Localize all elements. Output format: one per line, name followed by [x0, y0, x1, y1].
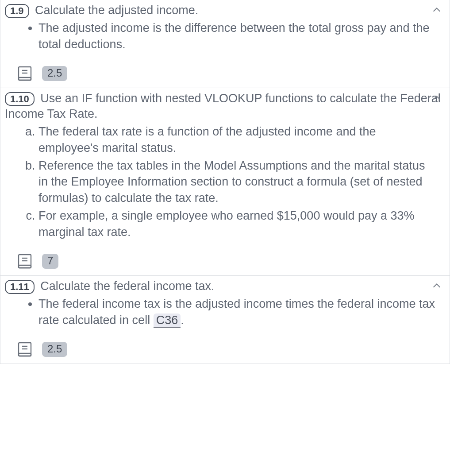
step-footer: 7 [17, 253, 445, 269]
svg-rect-9 [19, 353, 31, 356]
step-subitems: The federal tax rate is a function of th… [5, 124, 445, 240]
step-bullets: The federal income tax is the adjusted i… [5, 296, 445, 328]
collapse-toggle[interactable] [432, 5, 442, 15]
step-title-line: 1.10 Use an IF function with nested VLOO… [5, 91, 445, 122]
step-title-line: 1.11 Calculate the federal income tax. [5, 279, 445, 294]
bullet-text-post: . [181, 313, 184, 327]
reference-icon[interactable] [17, 253, 32, 269]
step-title: Use an IF function with nested VLOOKUP f… [5, 92, 441, 120]
collapse-toggle[interactable] [432, 93, 442, 103]
step-panel: 1.11 Calculate the federal income tax. T… [0, 276, 450, 364]
step-title-line: 1.9 Calculate the adjusted income. [5, 3, 445, 18]
reference-icon[interactable] [17, 341, 32, 357]
points-badge: 7 [42, 254, 58, 269]
svg-rect-5 [19, 265, 31, 268]
chevron-up-icon [432, 5, 442, 15]
step-title: Calculate the federal income tax. [40, 279, 214, 293]
points-badge: 2.5 [42, 342, 67, 357]
collapse-toggle[interactable] [432, 281, 442, 291]
step-panel: 1.9 Calculate the adjusted income. The a… [0, 0, 450, 88]
bullet-item: The adjusted income is the difference be… [38, 20, 445, 52]
step-footer: 2.5 [17, 66, 445, 81]
step-bullets: The adjusted income is the difference be… [5, 20, 445, 52]
reference-icon[interactable] [17, 66, 32, 81]
bullet-item: The federal income tax is the adjusted i… [38, 296, 445, 328]
subitem: For example, a single employee who earne… [38, 208, 445, 240]
cell-reference: C36 [154, 313, 181, 328]
step-footer: 2.5 [17, 341, 445, 357]
step-title: Calculate the adjusted income. [35, 4, 198, 17]
step-number-badge: 1.10 [5, 92, 35, 106]
subitem: The federal tax rate is a function of th… [38, 124, 445, 156]
subitem: Reference the tax tables in the Model As… [38, 158, 445, 206]
chevron-up-icon [432, 93, 442, 103]
svg-rect-1 [19, 77, 31, 80]
chevron-up-icon [432, 281, 442, 291]
points-badge: 2.5 [42, 66, 67, 81]
bullet-text-pre: The federal income tax is the adjusted i… [38, 297, 435, 326]
step-number-badge: 1.11 [5, 280, 35, 294]
step-number-badge: 1.9 [5, 4, 29, 18]
step-panel: 1.10 Use an IF function with nested VLOO… [0, 88, 450, 276]
